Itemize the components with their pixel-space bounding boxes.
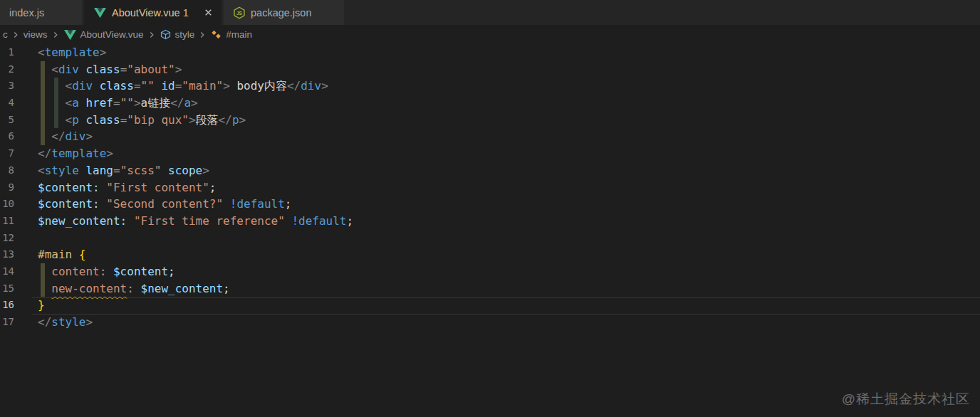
code-line-4[interactable]: 4 <a href="">a链接</a> (0, 95, 980, 112)
watermark: @稀土掘金技术社区 (842, 390, 970, 408)
code-text: $content: "Second content?" !default; (14, 196, 291, 213)
code-text: $content: "First content"; (14, 179, 216, 196)
tab-package-json[interactable]: JSpackage.json (224, 0, 344, 25)
code-line-6[interactable]: 6 </div> (0, 128, 980, 145)
code-line-7[interactable]: 7</template> (0, 145, 980, 162)
code-line-15[interactable]: 15 new-content: $new_content; (0, 280, 980, 297)
code-text: </template> (14, 145, 113, 162)
line-number: 6 (0, 128, 14, 145)
breadcrumb-label: style (175, 29, 195, 40)
chevron-right-icon (11, 30, 21, 40)
breadcrumb-label: AboutView.vue (80, 29, 144, 40)
nodejs-icon: JS (233, 6, 246, 19)
vue-icon (63, 29, 77, 41)
code-line-5[interactable]: 5 <p class="bip qux">段落</p> (0, 112, 980, 129)
line-number: 16 (0, 297, 14, 314)
svg-text:JS: JS (236, 10, 243, 15)
code-line-3[interactable]: 3 <div class="" id="main"> body内容</div> (0, 78, 980, 95)
breadcrumb-item-aboutview-vue[interactable]: AboutView.vue (63, 29, 145, 41)
breadcrumb-item-c[interactable]: c (2, 29, 9, 40)
code-text: new-content: $new_content; (14, 280, 230, 297)
code-line-11[interactable]: 11$new_content: "First time reference" !… (0, 213, 980, 230)
line-number: 17 (0, 314, 14, 331)
code-line-12[interactable]: 12 (0, 230, 980, 247)
line-number: 7 (0, 145, 14, 162)
line-number: 11 (0, 213, 14, 230)
tab-label: index.js (9, 7, 74, 19)
cube-icon (160, 29, 172, 41)
code-text: #main { (14, 246, 85, 263)
vue-icon (93, 7, 107, 19)
code-text (14, 230, 38, 247)
chevron-right-icon (147, 30, 157, 40)
code-text: <a href="">a链接</a> (14, 95, 198, 112)
code-text: </style> (14, 314, 93, 331)
close-icon[interactable] (203, 7, 214, 18)
code-line-1[interactable]: 1<template> (0, 44, 980, 61)
css-selector-icon (210, 29, 222, 40)
line-number: 12 (0, 230, 14, 247)
code-editor[interactable]: 1<template>2 <div class="about">3 <div c… (0, 44, 980, 417)
code-line-8[interactable]: 8<style lang="scss" scope> (0, 162, 980, 179)
code-text: $new_content: "First time reference" !de… (14, 213, 353, 230)
breadcrumb-item-style[interactable]: style (159, 29, 196, 41)
breadcrumb-label: c (3, 29, 8, 40)
code-text: content: $content; (14, 263, 175, 280)
code-line-16[interactable]: 16} (0, 297, 980, 314)
chevron-right-icon (197, 30, 207, 40)
breadcrumb-item-views[interactable]: views (23, 29, 48, 40)
code-line-2[interactable]: 2 <div class="about"> (0, 61, 980, 78)
line-number: 1 (0, 44, 14, 61)
code-text: <style lang="scss" scope> (14, 162, 209, 179)
code-line-9[interactable]: 9$content: "First content"; (0, 179, 980, 196)
breadcrumb-label: views (24, 29, 48, 40)
code-text: <div class="" id="main"> body内容</div> (14, 78, 328, 95)
tab-label: package.json (251, 7, 336, 19)
line-number: 8 (0, 162, 14, 179)
tab-index-js[interactable]: index.js (0, 0, 82, 25)
line-number: 14 (0, 263, 14, 280)
code-text: <div class="about"> (14, 61, 182, 78)
code-line-17[interactable]: 17</style> (0, 314, 980, 331)
chevron-right-icon (51, 30, 61, 40)
code-line-14[interactable]: 14 content: $content; (0, 263, 980, 280)
line-number: 4 (0, 95, 14, 112)
line-number: 15 (0, 280, 14, 297)
code-line-13[interactable]: 13#main { (0, 246, 980, 263)
code-text: <template> (14, 44, 106, 61)
tab-aboutview-vue[interactable]: AboutView.vue 1 (84, 0, 221, 25)
breadcrumb-item--main[interactable]: #main (209, 29, 253, 40)
code-text: } (14, 297, 45, 314)
code-text: </div> (14, 128, 93, 145)
line-number: 2 (0, 61, 14, 78)
line-number: 3 (0, 78, 14, 95)
breadcrumb-label: #main (226, 29, 252, 40)
tab-label: AboutView.vue 1 (112, 7, 194, 19)
line-number: 9 (0, 179, 14, 196)
tab-bar: index.jsAboutView.vue 1JSpackage.json (0, 0, 980, 25)
line-number: 10 (0, 196, 14, 213)
code-line-10[interactable]: 10$content: "Second content?" !default; (0, 196, 980, 213)
line-number: 5 (0, 112, 14, 129)
breadcrumb: cviewsAboutView.vuestyle#main (0, 25, 980, 44)
code-text: <p class="bip qux">段落</p> (14, 112, 246, 129)
line-number: 13 (0, 246, 14, 263)
